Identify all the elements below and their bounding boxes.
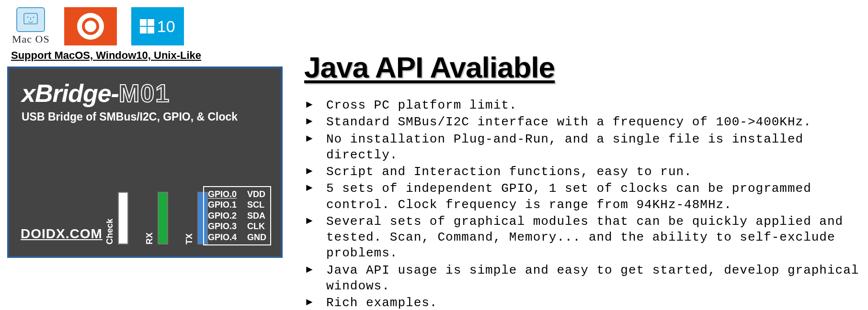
list-item: Script and Interaction functions, easy t…	[304, 164, 861, 180]
table-row: GPIO.1SCL	[208, 199, 266, 210]
led-check-indicator	[118, 192, 128, 244]
list-item: Several sets of graphical modules that c…	[304, 214, 861, 262]
page-title: Java API Avaliable	[304, 50, 861, 84]
product-name-suffix: M01	[119, 79, 170, 107]
macos-label: Mac OS	[12, 33, 50, 45]
led-rx: RX	[145, 192, 168, 244]
led-check-label: Check	[105, 219, 115, 244]
windows10-label: 10	[157, 17, 175, 36]
led-rx-indicator	[158, 192, 168, 244]
product-name: xBridge-M01	[22, 79, 268, 108]
list-item: Cross PC platform limit.	[304, 98, 861, 113]
windows10-icon: 10	[131, 7, 184, 45]
table-row: GPIO.3CLK	[208, 221, 266, 232]
support-caption: Support MacOS, Window10, Unix-Like	[11, 49, 285, 62]
macos-icon: Mac OS	[12, 7, 50, 45]
ubuntu-icon	[64, 7, 117, 45]
led-rx-label: RX	[145, 232, 155, 244]
product-subtitle: USB Bridge of SMBus/I2C, GPIO, & Clock	[22, 111, 268, 123]
svg-point-1	[27, 16, 29, 18]
table-row: GPIO.0VDD	[208, 189, 266, 200]
list-item: 5 sets of independent GPIO, 1 set of clo…	[304, 181, 861, 213]
site-url: DOIDX.COM	[21, 226, 103, 242]
device-illustration: xBridge-M01 USB Bridge of SMBus/I2C, GPI…	[7, 66, 283, 258]
product-name-prefix: xBridge-	[22, 79, 119, 107]
list-item: Java API usage is simple and easy to get…	[304, 263, 861, 295]
list-item: Rich examples.	[304, 295, 861, 310]
list-item: No installation Plug-and-Run, and a sing…	[304, 132, 861, 164]
svg-point-2	[33, 16, 34, 18]
led-check: Check	[105, 192, 128, 244]
led-tx-label: TX	[184, 233, 194, 244]
os-icon-row: Mac OS 10	[12, 7, 285, 45]
table-row: GPIO.2SDA	[208, 210, 266, 221]
feature-list: Cross PC platform limit. Standard SMBus/…	[304, 98, 861, 310]
pin-table: GPIO.0VDD GPIO.1SCL GPIO.2SDA GPIO.3CLK …	[203, 186, 271, 246]
table-row: GPIO.4GND	[208, 232, 266, 243]
list-item: Standard SMBus/I2C interface with a freq…	[304, 114, 861, 130]
